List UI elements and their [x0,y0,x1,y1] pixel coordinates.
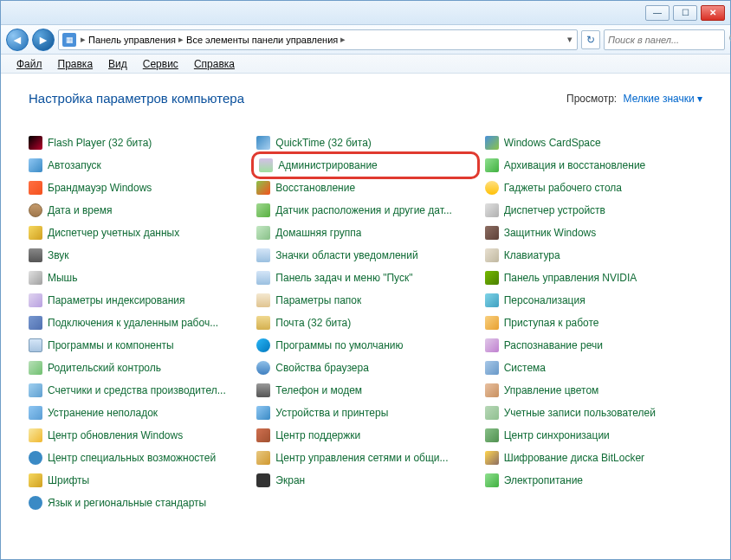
item-defender[interactable]: Защитник Windows [485,222,702,244]
item-region[interactable]: Язык и региональные стандарты [29,492,246,514]
item-programs[interactable]: Программы и компоненты [29,334,246,357]
search-box[interactable]: 🔍 [604,29,725,50]
item-firewall[interactable]: Брандмауэр Windows [29,177,246,199]
item-sensors[interactable]: Датчик расположения и другие дат... [256,199,474,222]
item-autoplay[interactable]: Автозапуск [29,154,246,177]
quicktime-icon [256,136,270,150]
item-fonts[interactable]: Шрифты [29,469,246,492]
user-accounts-icon [485,406,499,420]
item-sound[interactable]: Звук [29,244,246,267]
keyboard-icon [485,248,499,262]
item-mail[interactable]: Почта (32 бита) [256,312,474,334]
item-nvidia[interactable]: Панель управления NVIDIA [485,267,702,289]
item-troubleshoot[interactable]: Устранение неполадок [29,402,246,424]
performance-icon [29,383,42,397]
clock-icon [29,203,42,217]
autoplay-icon [29,158,42,172]
breadcrumb-seg-2[interactable]: Все элементы панели управления [184,35,340,45]
item-folder-options[interactable]: Параметры папок [256,289,474,312]
item-device-manager[interactable]: Диспетчер устройств [485,199,702,222]
remote-icon [29,316,42,330]
minimize-button[interactable]: — [645,5,670,21]
item-devices-printers[interactable]: Устройства и принтеры [256,402,474,424]
item-speech[interactable]: Распознавание речи [485,334,702,357]
item-notification-icons[interactable]: Значки области уведомлений [256,244,474,267]
item-indexing[interactable]: Параметры индексирования [29,289,246,312]
maximize-button[interactable]: ☐ [673,5,697,21]
credentials-icon [29,226,42,240]
items-grid: Flash Player (32 бита) QuickTime (32 бит… [29,132,702,514]
back-button[interactable]: ◄ [6,29,29,51]
item-phone-modem[interactable]: Телефон и модем [256,379,474,402]
item-windows-update[interactable]: Центр обновления Windows [29,424,246,447]
item-getting-started[interactable]: Приступая к работе [485,312,702,334]
item-administration[interactable]: Администрирование [251,151,479,179]
menu-help[interactable]: Справка [187,56,242,72]
menu-view[interactable]: Вид [101,56,134,72]
item-performance[interactable]: Счетчики и средства производител... [29,379,246,402]
item-credentials[interactable]: Диспетчер учетных данных [29,222,246,244]
item-recovery[interactable]: Восстановление [256,177,474,199]
nvidia-icon [485,271,499,285]
item-datetime[interactable]: Дата и время [29,199,246,222]
phone-modem-icon [256,383,270,397]
item-internet-options[interactable]: Свойства браузера [256,357,474,379]
breadcrumb-sep: ▸ [340,34,346,45]
sound-icon [29,248,42,262]
close-button[interactable]: ✕ [701,5,725,21]
item-display[interactable]: Экран [256,469,474,492]
item-backup[interactable]: Архивация и восстановление [485,154,702,177]
item-keyboard[interactable]: Клавиатура [485,244,702,267]
refresh-button[interactable]: ↻ [581,30,600,49]
mouse-icon [29,271,42,285]
item-ease-of-access[interactable]: Центр специальных возможностей [29,447,246,469]
item-bitlocker[interactable]: Шифрование диска BitLocker [485,447,702,469]
item-system[interactable]: Система [485,357,702,379]
item-taskbar[interactable]: Панель задач и меню "Пуск" [256,267,474,289]
breadcrumb-seg-1[interactable]: Панель управления [87,35,178,45]
getting-started-icon [485,316,499,330]
display-icon [256,473,270,487]
view-by-dropdown[interactable]: Мелкие значки ▾ [624,93,702,105]
search-input[interactable] [608,35,728,45]
flash-icon [29,136,42,150]
power-icon [485,473,499,487]
forward-button[interactable]: ► [32,29,55,51]
breadcrumb-sep: ▸ [178,34,184,45]
system-icon [485,361,499,375]
item-cardspace[interactable]: Windows CardSpace [485,132,702,154]
menu-service[interactable]: Сервис [136,56,185,72]
menu-file[interactable]: Файл [10,56,49,72]
item-remote[interactable]: Подключения к удаленным рабоч... [29,312,246,334]
action-center-icon [256,428,270,442]
item-user-accounts[interactable]: Учетные записи пользователей [485,402,702,424]
item-homegroup[interactable]: Домашняя группа [256,222,474,244]
indexing-icon [29,293,42,307]
dropdown-chevron-icon[interactable]: ▾ [566,34,573,45]
item-color[interactable]: Управление цветом [485,379,702,402]
region-icon [29,496,42,510]
page-heading: Настройка параметров компьютера [29,91,244,106]
item-power[interactable]: Электропитание [485,469,702,492]
fonts-icon [29,473,42,487]
item-network-center[interactable]: Центр управления сетями и общи... [256,447,474,469]
programs-icon [29,338,42,352]
item-sync-center[interactable]: Центр синхронизации [485,424,702,447]
backup-icon [485,158,499,172]
item-mouse[interactable]: Мышь [29,267,246,289]
cardspace-icon [485,136,499,150]
item-action-center[interactable]: Центр поддержки [256,424,474,447]
tray-icon [256,248,270,262]
menu-edit[interactable]: Правка [51,56,100,72]
item-default-programs[interactable]: Программы по умолчанию [256,334,474,357]
item-personalization[interactable]: Персонализация [485,289,702,312]
defender-icon [485,226,499,240]
troubleshoot-icon [29,406,42,420]
mail-icon [256,316,270,330]
item-flash-player[interactable]: Flash Player (32 бита) [29,132,246,154]
address-bar[interactable]: ▦ ▸ Панель управления ▸ Все элементы пан… [58,29,578,50]
ease-of-access-icon [29,451,42,465]
item-parental[interactable]: Родительский контроль [29,357,246,379]
item-gadgets[interactable]: Гаджеты рабочего стола [485,177,702,199]
titlebar: — ☐ ✕ [1,1,730,25]
